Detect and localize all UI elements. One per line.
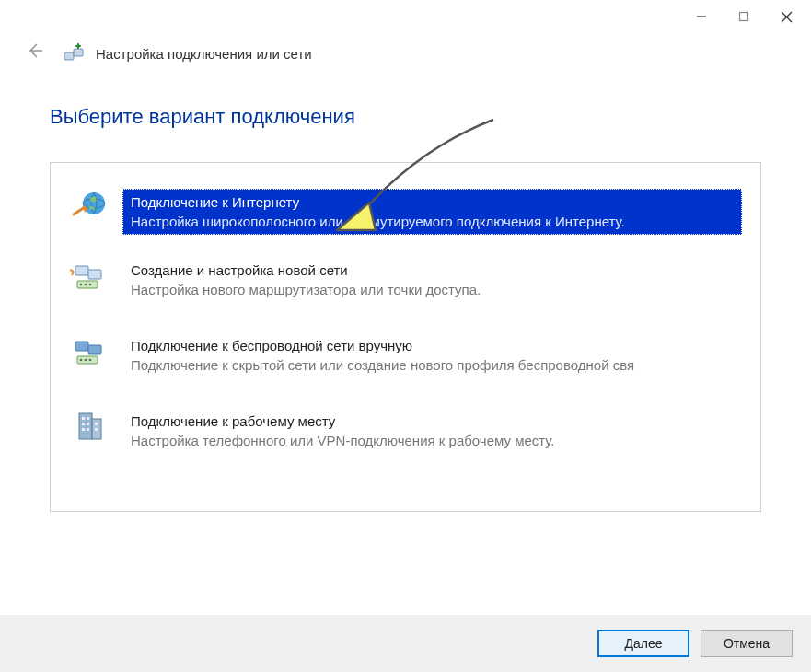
close-button[interactable]: [765, 2, 807, 31]
svg-rect-30: [95, 428, 98, 431]
svg-point-12: [80, 284, 83, 286]
wizard-window: Настройка подключения или сети Выберите …: [0, 0, 811, 672]
svg-rect-15: [75, 342, 88, 351]
cancel-button[interactable]: Отмена: [701, 630, 793, 657]
svg-point-19: [85, 359, 87, 362]
svg-rect-9: [75, 266, 88, 275]
svg-rect-26: [87, 423, 89, 425]
svg-rect-29: [95, 423, 98, 425]
page-heading: Выберите вариант подключения: [50, 105, 761, 129]
option-subtitle: Настройка телефонного или VPN-подключени…: [131, 431, 734, 450]
option-subtitle: Подключение к скрытой сети или создание …: [131, 355, 734, 375]
option-subtitle: Настройка нового маршрутизатора или точк…: [131, 280, 734, 299]
svg-rect-10: [88, 270, 101, 279]
svg-rect-6: [74, 49, 83, 56]
option-title: Подключение к рабочему месту: [131, 411, 734, 431]
svg-rect-23: [82, 417, 85, 420]
maximize-button[interactable]: [723, 2, 765, 31]
option-title: Подключение к Интернету: [131, 192, 734, 212]
option-wireless-manual[interactable]: Подключение к беспроводной сети вручную …: [60, 325, 751, 386]
router-icon: [69, 257, 110, 295]
option-new-network[interactable]: Создание и настройка новой сети Настройк…: [60, 249, 751, 310]
svg-rect-1: [740, 13, 748, 21]
wizard-header: Настройка подключения или сети: [0, 33, 811, 74]
svg-rect-16: [88, 345, 101, 354]
option-internet-connection[interactable]: Подключение к Интернету Настройка широко…: [60, 180, 751, 244]
back-button[interactable]: [20, 39, 48, 68]
globe-icon: [69, 189, 110, 227]
svg-point-13: [85, 284, 87, 286]
wizard-footer: Далее Отмена: [0, 615, 811, 672]
svg-rect-28: [87, 428, 89, 431]
svg-rect-27: [82, 428, 85, 431]
network-setup-icon: [63, 41, 87, 65]
option-workplace[interactable]: Подключение к рабочему месту Настройка т…: [60, 400, 751, 461]
option-title: Создание и настройка новой сети: [131, 261, 734, 280]
option-title: Подключение к беспроводной сети вручную: [131, 336, 734, 355]
building-icon: [69, 408, 110, 446]
svg-point-20: [89, 359, 92, 362]
wizard-content: Выберите вариант подключения Подключ: [0, 74, 811, 521]
svg-rect-21: [79, 413, 92, 439]
header-title-text: Настройка подключения или сети: [96, 46, 312, 62]
wireless-icon: [69, 332, 110, 371]
svg-point-14: [89, 284, 92, 286]
option-subtitle: Настройка широкополосного или коммутируе…: [131, 212, 734, 231]
svg-point-18: [80, 359, 83, 362]
svg-rect-24: [87, 417, 89, 420]
minimize-button[interactable]: [680, 2, 723, 31]
connection-options-list: Подключение к Интернету Настройка широко…: [50, 162, 761, 512]
next-button[interactable]: Далее: [597, 630, 689, 657]
svg-rect-25: [82, 423, 85, 425]
window-titlebar: [0, 0, 811, 33]
svg-rect-5: [64, 52, 74, 60]
